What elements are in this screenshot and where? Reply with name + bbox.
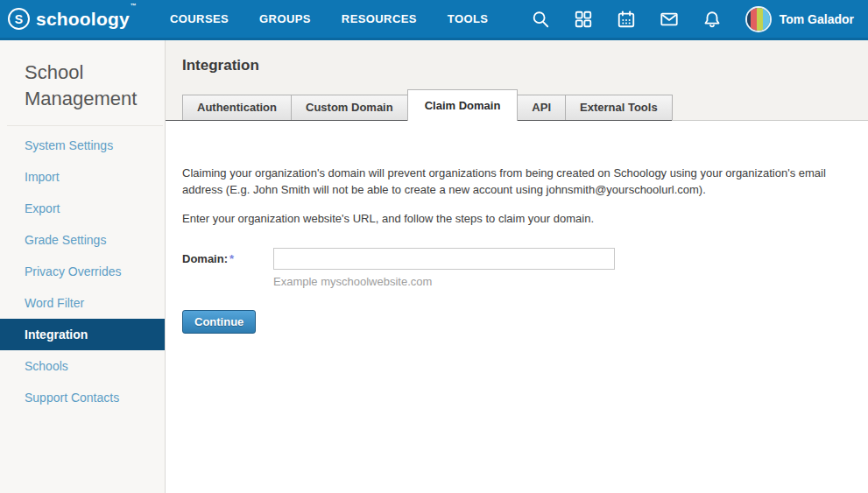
avatar-stripe	[763, 8, 770, 31]
search-icon[interactable]	[531, 10, 550, 29]
avatar[interactable]	[745, 6, 772, 32]
schoology-logo-mark: S	[8, 8, 30, 30]
domain-input[interactable]	[273, 248, 615, 270]
calendar-icon[interactable]	[617, 10, 636, 29]
domain-label: Domain:*	[182, 248, 273, 288]
sidebar-item-system-settings[interactable]: System Settings	[0, 130, 165, 161]
required-asterisk: *	[229, 252, 234, 265]
notifications-icon[interactable]	[702, 10, 722, 29]
mail-icon[interactable]	[660, 10, 679, 29]
sidebar-item-export[interactable]: Export	[0, 193, 165, 224]
header-right-group: Tom Galador	[531, 6, 854, 32]
tab-external-tools[interactable]: External Tools	[565, 95, 673, 120]
trademark-symbol: ™	[131, 3, 137, 9]
claim-domain-description: Claiming your organization's domain will…	[182, 165, 850, 198]
schoology-logo[interactable]: S schoology™	[8, 8, 137, 30]
tab-api[interactable]: API	[517, 95, 566, 120]
tab-custom-domain[interactable]: Custom Domain	[291, 95, 408, 120]
tab-bar: Authentication Custom Domain Claim Domai…	[166, 89, 868, 121]
user-account[interactable]: Tom Galador	[745, 6, 854, 32]
tab-claim-domain[interactable]: Claim Domain	[407, 89, 519, 121]
top-header-bar: S schoology™ COURSES GROUPS RESOURCES TO…	[0, 0, 868, 40]
avatar-stripe	[757, 8, 763, 31]
nav-courses[interactable]: COURSES	[170, 12, 229, 25]
page: S schoology™ COURSES GROUPS RESOURCES TO…	[0, 0, 868, 493]
sidebar-title: School Management	[0, 40, 165, 125]
domain-form-row: Domain:* Example myschoolwebsite.com	[182, 248, 850, 288]
app-grid-icon[interactable]	[574, 10, 593, 29]
logo-wordmark: schoology	[36, 9, 130, 29]
main-panel: Integration Authentication Custom Domain…	[166, 40, 868, 493]
tab-bar-spacer	[672, 120, 868, 121]
schoology-logo-text: schoology™	[36, 9, 137, 30]
sidebar-item-support-contacts[interactable]: Support Contacts	[0, 382, 165, 413]
content-shell: School Management System Settings Import…	[0, 40, 868, 493]
claim-domain-instructions: Enter your organization website's URL, a…	[182, 210, 850, 227]
claim-domain-panel: Claiming your organization's domain will…	[166, 121, 868, 334]
sidebar-item-integration[interactable]: Integration	[0, 319, 165, 350]
nav-resources[interactable]: RESOURCES	[342, 12, 417, 25]
school-management-sidebar: School Management System Settings Import…	[0, 40, 166, 493]
page-title: Integration	[182, 57, 868, 74]
sidebar-item-privacy-overrides[interactable]: Privacy Overrides	[0, 256, 165, 287]
nav-tools[interactable]: TOOLS	[448, 12, 489, 25]
sidebar-item-schools[interactable]: Schools	[0, 350, 165, 382]
avatar-stripe	[751, 8, 757, 31]
domain-field-column: Example myschoolwebsite.com	[273, 248, 615, 288]
nav-groups[interactable]: GROUPS	[259, 12, 311, 25]
sidebar-nav: System Settings Import Export Grade Sett…	[0, 130, 165, 413]
page-header-band: Integration Authentication Custom Domain…	[166, 40, 868, 121]
sidebar-item-grade-settings[interactable]: Grade Settings	[0, 224, 165, 256]
tab-authentication[interactable]: Authentication	[182, 95, 292, 120]
sidebar-item-word-filter[interactable]: Word Filter	[0, 287, 165, 319]
primary-nav: COURSES GROUPS RESOURCES TOOLS	[170, 12, 488, 25]
sidebar-item-import[interactable]: Import	[0, 161, 165, 193]
tabs-group: Authentication Custom Domain Claim Domai…	[166, 89, 672, 121]
sidebar-divider	[7, 125, 163, 126]
continue-button[interactable]: Continue	[182, 310, 256, 334]
domain-label-text: Domain:	[182, 252, 228, 265]
user-name[interactable]: Tom Galador	[780, 12, 854, 26]
domain-example-hint: Example myschoolwebsite.com	[273, 275, 615, 288]
